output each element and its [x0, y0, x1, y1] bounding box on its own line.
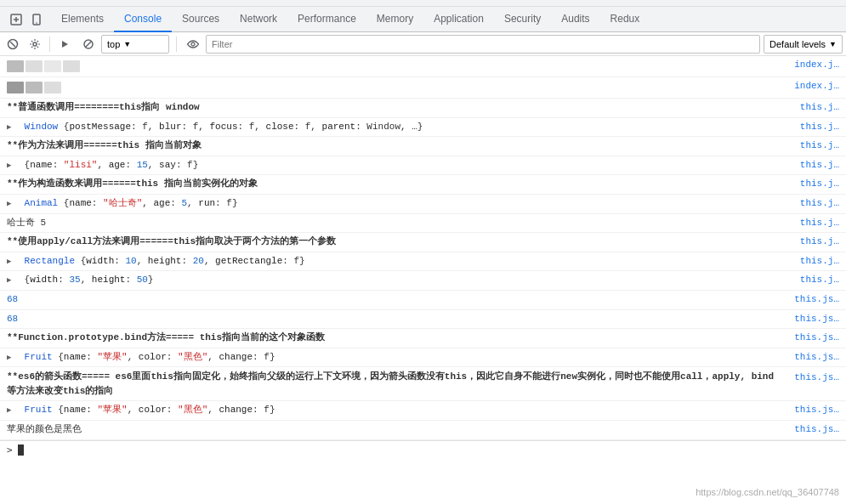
- source-link[interactable]: index.j…: [787, 78, 846, 95]
- thumbnail: [7, 60, 24, 72]
- tab-sources[interactable]: Sources: [172, 7, 230, 32]
- context-selector[interactable]: top ▼: [101, 35, 169, 54]
- tab-network[interactable]: Network: [230, 7, 287, 32]
- svg-marker-8: [62, 41, 68, 48]
- settings-button[interactable]: [26, 35, 44, 54]
- source-link[interactable]: this.js…: [787, 292, 846, 309]
- source-link[interactable]: this.j…: [793, 195, 846, 212]
- source-link[interactable]: this.j…: [793, 119, 846, 136]
- table-row: {width: 35, height: 50} this.j…: [0, 271, 846, 291]
- table-row: **es6的箭头函数===== es6里面this指向固定化，始终指向父级的运行…: [0, 367, 846, 401]
- watermark: https://blog.csdn.net/qq_36407748: [696, 487, 839, 497]
- table-row: Fruit {name: "苹果", color: "黑色", change: …: [0, 401, 846, 421]
- table-row: Rectangle {width: 10, height: 20, getRec…: [0, 252, 846, 272]
- table-row: **作为构造函数来调用======this 指向当前实例化的对象 this.j…: [0, 175, 846, 195]
- table-row: Window {postMessage: f, blur: f, focus: …: [0, 118, 846, 138]
- devtools-tab-bar: Elements Console Sources Network Perform…: [0, 7, 846, 32]
- tab-performance[interactable]: Performance: [287, 7, 366, 32]
- tab-security[interactable]: Security: [494, 7, 551, 32]
- prompt-icon: >: [7, 443, 13, 458]
- table-row: {name: "lisi", age: 15, say: f} this.j…: [0, 156, 846, 176]
- tab-audits[interactable]: Audits: [551, 7, 599, 32]
- table-row: 68 this.js…: [0, 291, 846, 310]
- expand-arrow-icon[interactable]: [7, 350, 19, 365]
- thumbnail: [26, 82, 43, 93]
- inspect-icon[interactable]: [9, 12, 24, 27]
- source-link[interactable]: this.js…: [787, 330, 846, 347]
- expand-arrow-icon[interactable]: [7, 196, 19, 212]
- table-row: **Function.prototype.bind方法===== this指向当…: [0, 329, 846, 348]
- block-icon: [79, 35, 98, 54]
- tab-memory[interactable]: Memory: [366, 7, 423, 32]
- table-row: **普通函数调用========this指向 window this.j…: [0, 99, 846, 118]
- svg-point-11: [191, 42, 195, 46]
- cursor: [18, 445, 24, 456]
- eye-icon[interactable]: [184, 35, 202, 54]
- thumbnail: [7, 82, 24, 93]
- mobile-icon[interactable]: [29, 12, 44, 27]
- levels-dropdown-arrow: ▼: [829, 40, 837, 48]
- expand-arrow-icon[interactable]: [7, 403, 19, 418]
- svg-line-10: [86, 41, 92, 47]
- thumbnail: [63, 60, 80, 72]
- source-link[interactable]: this.j…: [793, 234, 846, 251]
- console-toolbar: top ▼ Default levels ▼: [0, 32, 846, 56]
- source-link[interactable]: this.js…: [787, 349, 846, 366]
- console-output: index.j… index.j… **普通函数调用========this指向…: [0, 56, 846, 494]
- table-row: 哈士奇 5 this.j…: [0, 214, 846, 234]
- source-link[interactable]: this.j…: [793, 272, 846, 289]
- tab-console[interactable]: Console: [114, 7, 172, 32]
- source-link[interactable]: this.js…: [787, 422, 846, 439]
- source-link[interactable]: this.j…: [793, 99, 846, 116]
- thumbnail: [26, 60, 43, 72]
- expand-arrow-icon[interactable]: [7, 158, 19, 173]
- table-row: index.j…: [0, 77, 846, 99]
- source-link[interactable]: index.j…: [787, 57, 846, 74]
- table-row: index.j…: [0, 56, 846, 77]
- expand-arrow-icon[interactable]: [7, 120, 19, 135]
- source-link[interactable]: this.js…: [787, 402, 846, 419]
- dropdown-arrow-icon: ▼: [123, 40, 131, 48]
- table-row: Animal {name: "哈士奇", age: 5, run: f} thi…: [0, 195, 846, 214]
- tab-application[interactable]: Application: [423, 7, 494, 32]
- table-row: Fruit {name: "苹果", color: "黑色", change: …: [0, 348, 846, 368]
- svg-point-4: [36, 22, 37, 24]
- table-row: **使用apply/call方法来调用======this指向取决于两个方法的第…: [0, 233, 846, 252]
- table-row: **作为方法来调用======this 指向当前对象 this.j…: [0, 137, 846, 156]
- thumbnail: [44, 60, 61, 72]
- clear-console-button[interactable]: [3, 35, 22, 54]
- tab-redux[interactable]: Redux: [600, 7, 650, 32]
- source-link[interactable]: this.js…: [787, 368, 846, 387]
- expand-arrow-icon[interactable]: [7, 273, 19, 288]
- source-link[interactable]: this.j…: [793, 215, 846, 232]
- thumbnail: [44, 82, 61, 93]
- source-link[interactable]: this.j…: [793, 176, 846, 193]
- expand-arrow-icon[interactable]: [7, 254, 19, 269]
- svg-point-7: [33, 42, 37, 46]
- table-row: 68 this.js…: [0, 310, 846, 330]
- svg-line-6: [10, 42, 15, 47]
- execute-context-icon: [55, 35, 74, 54]
- source-link[interactable]: this.j…: [793, 253, 846, 270]
- log-levels-button[interactable]: Default levels ▼: [764, 35, 843, 54]
- source-link[interactable]: this.j…: [793, 138, 846, 155]
- source-link[interactable]: this.j…: [793, 157, 846, 174]
- source-link[interactable]: this.js…: [787, 311, 846, 328]
- tab-elements[interactable]: Elements: [51, 7, 114, 32]
- filter-input[interactable]: [206, 35, 760, 54]
- console-input-row: >: [0, 440, 846, 460]
- table-row: 苹果的颜色是黑色 this.js…: [0, 421, 846, 440]
